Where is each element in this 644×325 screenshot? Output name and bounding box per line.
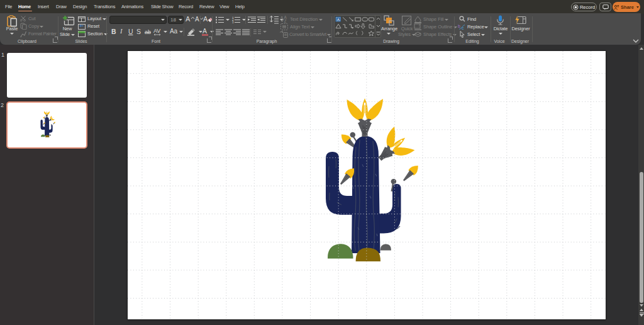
svg-text:Z: Z	[284, 19, 287, 23]
svg-text:b: b	[458, 24, 460, 28]
svg-text:3: 3	[232, 21, 234, 23]
svg-text:A: A	[337, 18, 340, 21]
